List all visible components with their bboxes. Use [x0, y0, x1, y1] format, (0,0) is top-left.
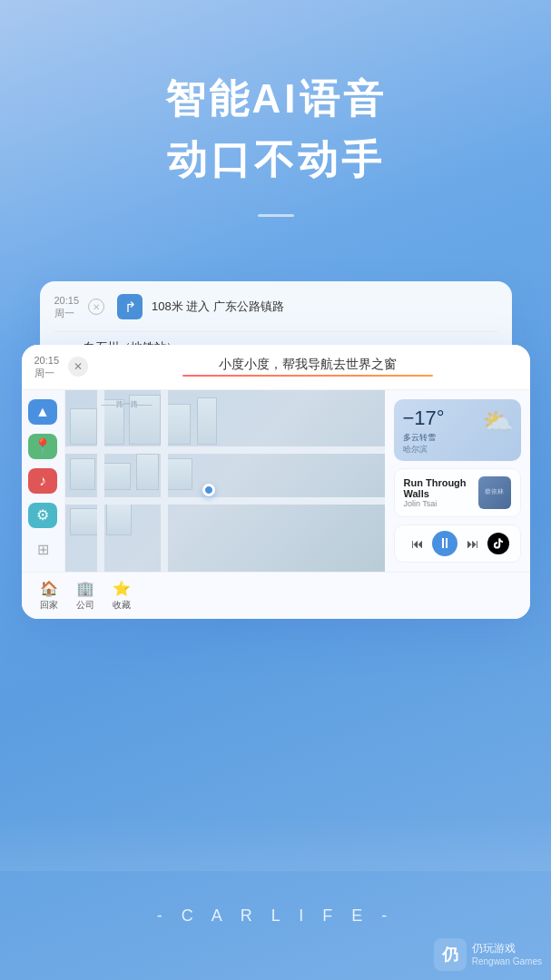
home-icon: 🏠 — [40, 580, 58, 597]
weather-cloud-icon: ⛅ — [482, 407, 514, 436]
voice-prompt-area: 小度小度，帮我导航去世界之窗 — [99, 357, 517, 377]
bottom-nav-favorites[interactable]: ⭐ 收藏 — [113, 580, 131, 612]
voice-prompt-text: 小度小度，帮我导航去世界之窗 — [99, 357, 517, 373]
front-close-button[interactable]: ✕ — [68, 357, 88, 377]
map-area[interactable]: ——路一路—— — [65, 390, 385, 572]
weather-city: 哈尔滨 — [403, 444, 512, 456]
play-pause-button[interactable]: ⏸ — [432, 531, 458, 556]
sidebar-music-icon[interactable]: ♪ — [28, 468, 57, 494]
bottom-nav-home[interactable]: 🏠 回家 — [40, 580, 58, 612]
voice-underline — [182, 375, 433, 377]
card-back-header: 20:15 周一 ✕ ↱ 108米 进入 广东公路镇路 — [54, 294, 497, 320]
nav-instruction: 108米 进入 广东公路镇路 — [152, 299, 284, 315]
music-cover: 蔡依林 — [478, 476, 511, 509]
watermark: 仍 仍玩游戏 Rengwan Games — [434, 938, 542, 971]
close-icon[interactable]: ✕ — [88, 299, 104, 315]
map-city: ——路一路—— — [65, 390, 385, 572]
nav-position-dot — [202, 484, 215, 496]
nav-arrow-icon: ↱ — [117, 294, 143, 319]
front-card-body: ▲ 📍 ♪ ⚙ ⊞ — [22, 390, 530, 572]
next-button[interactable]: ⏭ — [460, 531, 486, 556]
reflection — [0, 817, 551, 871]
watermark-line2: Rengwan Games — [472, 956, 542, 967]
music-info: Run Through Walls Jolin Tsai — [404, 477, 471, 508]
watermark-logo: 仍 — [434, 938, 467, 971]
card-back-time: 20:15 周一 — [54, 294, 80, 320]
home-label: 回家 — [40, 599, 58, 612]
company-icon: 🏢 — [76, 580, 94, 597]
brand-text: - C A R L I F E - — [0, 906, 551, 926]
road-label: ——路一路—— — [102, 399, 153, 409]
card-front: 20:15 周一 ✕ 小度小度，帮我导航去世界之窗 ▲ 📍 ♪ ⚙ ⊞ — [22, 345, 530, 619]
brand-footer: - C A R L I F E - — [0, 906, 551, 926]
music-controls: ⏮ ⏸ ⏭ — [394, 524, 521, 563]
bottom-nav-company[interactable]: 🏢 公司 — [76, 580, 94, 612]
prev-button[interactable]: ⏮ — [405, 531, 430, 556]
hero-line1: 智能AI语音 — [0, 73, 551, 126]
sidebar-nav-icon[interactable]: ▲ — [28, 399, 57, 425]
sidebar: ▲ 📍 ♪ ⚙ ⊞ — [22, 390, 65, 572]
front-card-time: 20:15 周一 — [34, 354, 60, 380]
hero-section: 智能AI语音 动口不动手 — [0, 0, 551, 187]
front-card-header: 20:15 周一 ✕ 小度小度，帮我导航去世界之窗 — [22, 345, 530, 390]
favorites-icon: ⭐ — [113, 580, 131, 597]
music-widget: Run Through Walls Jolin Tsai 蔡依林 — [394, 468, 521, 517]
front-bottom-nav: 🏠 回家 🏢 公司 ⭐ 收藏 — [22, 572, 530, 619]
tiktok-icon[interactable] — [487, 533, 509, 554]
sidebar-settings-icon[interactable]: ⚙ — [28, 503, 57, 528]
sidebar-location-icon[interactable]: 📍 — [28, 434, 57, 459]
watermark-text-area: 仍玩游戏 Rengwan Games — [472, 942, 542, 968]
favorites-label: 收藏 — [113, 599, 131, 612]
company-label: 公司 — [76, 599, 94, 612]
hero-line2: 动口不动手 — [0, 133, 551, 187]
music-artist: Jolin Tsai — [404, 499, 471, 508]
watermark-line1: 仍玩游戏 — [472, 942, 542, 956]
music-title: Run Through Walls — [404, 477, 471, 499]
right-panel: ⛅ −17° 多云转雪 哈尔滨 Run Through Walls Jolin … — [385, 390, 530, 572]
hero-divider — [258, 214, 294, 217]
sidebar-grid-icon[interactable]: ⊞ — [28, 537, 57, 563]
weather-widget: ⛅ −17° 多云转雪 哈尔滨 — [394, 399, 521, 461]
